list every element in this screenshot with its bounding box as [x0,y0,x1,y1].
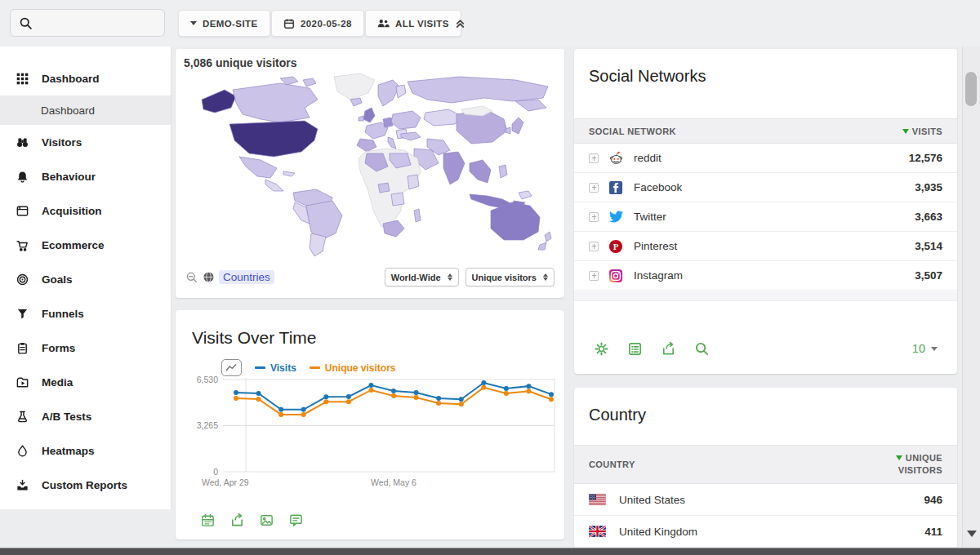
sidebar-item-dashboard-sub[interactable]: Dashboard [0,95,171,125]
horizontal-scrollbar[interactable] [0,548,980,555]
zoom-out-icon[interactable] [185,271,198,284]
region-select[interactable]: World-Wide [385,268,459,286]
social-network-row: Instagram 3,507 [574,261,957,291]
report-icon [16,478,29,492]
date-range-label: 2020-05-28 [301,19,352,29]
sidebar-item-funnels[interactable]: Funnels [0,296,171,331]
sidebar-item-dashboard[interactable]: Dashboard [0,61,171,95]
metric-select-value: Unique visitors [472,273,537,282]
sidebar: DashboardDashboardVisitorsBehaviourAcqui… [0,47,172,509]
country-name[interactable]: United Kingdom [619,526,924,538]
vertical-scrollbar[interactable] [962,47,980,547]
image-icon[interactable] [259,513,274,528]
expand-row-icon[interactable] [589,271,599,281]
sidebar-item-custom-reports[interactable]: Custom Reports [0,468,171,502]
sidebar-item-acquisition[interactable]: Acquisition [0,193,171,228]
widget-title: Social Networks [589,67,706,86]
binoculars-icon [16,135,29,149]
metric-select[interactable]: Unique visitors [466,268,555,286]
twitter-icon [608,209,624,224]
sidebar-item-visitors[interactable]: Visitors [0,125,171,159]
sidebar-item-label: Dashboard [42,73,100,85]
sidebar-item-forms[interactable]: Forms [0,331,171,365]
funnel-icon [16,307,29,321]
site-selector-button[interactable]: DEMO-SITE [178,10,270,37]
sidebar-item-label: Forms [42,342,75,354]
sidebar-item-ecommerce[interactable]: Ecommerce [0,228,171,262]
globe-icon [203,271,215,283]
target-icon [16,273,29,286]
social-network-row: Twitter 3,663 [574,202,957,232]
table-icon[interactable] [627,341,643,357]
sidebar-item-behaviour[interactable]: Behaviour [0,159,171,193]
search-input[interactable] [10,9,165,37]
uk-flag [589,526,606,537]
expand-row-icon[interactable] [589,153,599,163]
expand-row-icon[interactable] [589,212,599,222]
bell-icon [16,170,29,184]
caret-down-icon [931,347,938,351]
export-icon[interactable] [229,513,245,528]
sidebar-item-label: Heatmaps [42,445,95,457]
site-selector-label: DEMO-SITE [203,19,258,29]
social-network-name[interactable]: Instagram [634,269,915,282]
users-icon [377,18,390,29]
sidebar-item-label: Visitors [42,136,82,149]
social-network-name[interactable]: Facebook [634,181,915,193]
sidebar-item-a-b-tests[interactable]: A/B Tests [0,399,171,433]
country-name[interactable]: United States [619,494,924,506]
social-network-row: Facebook 3,935 [574,173,957,202]
pinterest-icon: P [608,238,624,254]
sidebar-item-label: Goals [42,273,73,286]
row-limit-value: 10 [912,342,925,355]
instagram-icon [608,268,624,283]
column-header-unique-visitors[interactable]: UNIQUE VISITORS [880,452,942,477]
visits-value: 12,576 [909,152,942,164]
scroll-down-arrow-icon[interactable] [967,531,977,537]
social-network-name[interactable]: Pinterest [634,240,915,252]
annotation-icon[interactable] [288,513,304,528]
search-icon[interactable] [694,341,710,357]
visits-value: 3,507 [915,269,942,282]
clipboard-icon [16,341,29,355]
social-network-name[interactable]: Twitter [634,211,915,223]
sidebar-item-label: Funnels [42,308,84,320]
top-bar: DEMO-SITE 2020-05-28 ALL VISITS [0,0,980,47]
select-arrows-icon [448,273,452,281]
sidebar-item-label: Behaviour [42,171,96,183]
svg-text:0: 0 [213,467,218,477]
region-select-value: World-Wide [391,273,441,282]
sidebar-item-label: Media [42,376,73,388]
chevrons-up-icon [454,17,466,29]
gear-icon[interactable] [594,341,609,357]
svg-text:P: P [613,241,619,251]
vertical-scrollbar-thumb[interactable] [965,72,977,106]
sort-desc-icon [896,455,902,460]
column-header-visits[interactable]: VISITS [902,127,942,136]
sidebar-item-goals[interactable]: Goals [0,262,171,296]
row-separator [574,291,957,301]
sidebar-item-heatmaps[interactable]: Heatmaps [0,433,171,468]
social-network-name[interactable]: reddit [634,152,909,164]
expand-row-icon[interactable] [589,242,599,251]
countries-link[interactable]: Countries [219,270,274,284]
segment-selector-label: ALL VISITS [395,19,449,29]
column-header-social-network[interactable]: SOCIAL NETWORK [589,127,676,136]
row-limit-select[interactable]: 10 [912,342,938,355]
sidebar-item-label: A/B Tests [42,411,91,423]
export-icon[interactable] [661,341,676,357]
column-header-country[interactable]: COUNTRY [589,460,635,469]
sidebar-item-media[interactable]: Media [0,365,171,399]
svg-text:6,530: 6,530 [197,375,218,384]
calendar-icon [283,18,295,29]
world-choropleth-map[interactable] [182,72,558,256]
segment-selector-button[interactable]: ALL VISITS [365,10,461,37]
legend-entry-visits[interactable]: Visits [255,362,296,374]
legend-entry-unique-visitors[interactable]: Unique visitors [310,362,396,374]
table-footer-toolbar: 10 [574,323,957,374]
expand-row-icon[interactable] [589,183,599,193]
date-range-button[interactable]: 2020-05-28 [271,10,364,37]
visits-line-chart[interactable]: 6,5303,2650Wed, Apr 29Wed, May 6 [180,374,559,498]
calendar-icon[interactable] [200,513,216,528]
collapse-selectors-button[interactable] [454,17,466,29]
